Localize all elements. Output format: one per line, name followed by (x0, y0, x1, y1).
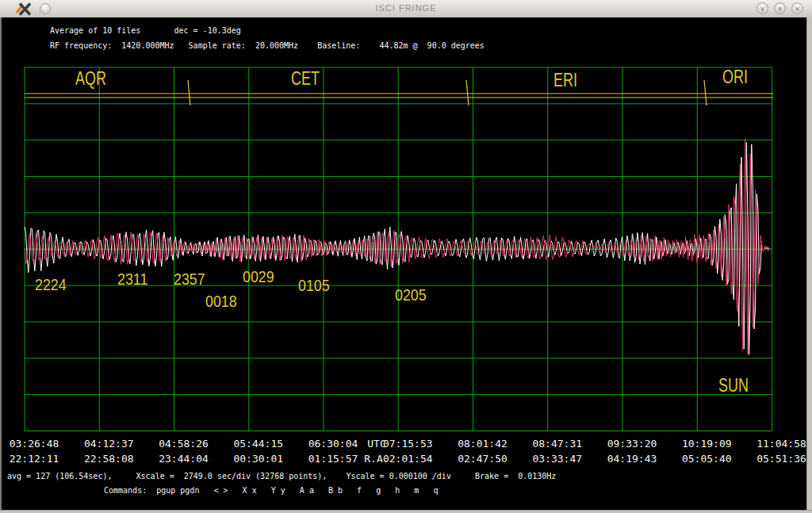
axis-ra-label: 05:05:40 (682, 454, 732, 464)
axis-ra-label: 02:01:54 (383, 454, 433, 464)
axis-utc-label: 03:26:48 (10, 438, 59, 449)
axis-ra-label: 00:30:01 (233, 454, 283, 464)
maximize-button[interactable]: ∧ (774, 2, 786, 14)
axis-ra-label: 02:47:50 (458, 454, 508, 464)
source-label-cet: CET (291, 69, 320, 88)
axis-utc-label: 08:01:42 (458, 438, 508, 449)
transit-time-0205: 0205 (395, 286, 427, 304)
source-label-aqr: AQR (75, 69, 106, 88)
app-window: ISCI FRINGE ∨ ∧ × Average of 10 files de… (0, 0, 812, 513)
transit-time-2311: 2311 (117, 270, 147, 288)
axis-ra-label: 22:12:11 (10, 454, 59, 464)
axis-ra-label: 01:15:57 (308, 454, 358, 464)
window-titlebar[interactable]: ISCI FRINGE ∨ ∧ × (0, 0, 812, 18)
transit-time-0029: 0029 (243, 268, 274, 285)
axis-utc-label: 06:30:04 (308, 438, 358, 449)
axis-utc-label: 08:47:31 (532, 438, 582, 449)
transit-time-0018: 0018 (205, 293, 237, 310)
window-resize-edge-left[interactable] (0, 17, 2, 510)
axis-utc-label: 10:19:09 (682, 438, 732, 449)
close-button[interactable]: × (791, 2, 803, 14)
chevron-up-icon: ∧ (777, 5, 783, 13)
channel-white-trace (25, 143, 762, 355)
source-label-sun: SUN (718, 376, 749, 395)
shade-button[interactable]: ∨ (756, 2, 768, 14)
axis-utc-label: 09:33:20 (607, 438, 657, 449)
axis-utc-unit: UTC (367, 438, 385, 449)
axis-ra-label: 03:33:47 (532, 454, 582, 464)
axis-ra-label: 22:58:08 (84, 454, 134, 464)
axis-ra-unit: R.A. (364, 454, 389, 464)
axis-utc-label: 04:58:26 (159, 438, 209, 449)
axis-ra-label: 05:51:36 (756, 454, 806, 464)
transit-time-0105: 0105 (298, 277, 330, 294)
chevron-down-icon: ∨ (760, 5, 765, 13)
transit-time-2357: 2357 (174, 270, 205, 288)
plot-client-area: Average of 10 files dec = -10.3deg RF fr… (0, 17, 812, 513)
window-resize-edge-right[interactable] (806, 17, 812, 513)
axis-utc-label: 05:44:15 (233, 438, 283, 449)
axis-utc-label: 07:15:53 (383, 438, 433, 449)
window-title: ISCI FRINGE (0, 3, 812, 13)
axis-ra-label: 04:19:43 (607, 454, 657, 464)
axis-utc-label: 04:12:37 (84, 438, 134, 449)
axis-ra-label: 23:44:04 (159, 454, 209, 464)
status-line: avg = 127 (106.54sec), Xscale = 2749.0 s… (7, 472, 556, 481)
source-label-eri: ERI (553, 71, 577, 90)
source-label-ori: ORI (722, 67, 748, 86)
axis-utc-label: 11:04:58 (756, 438, 806, 449)
commands-line: Commands: pgup pgdn < > X x Y y A a B b … (104, 486, 438, 496)
close-icon: × (795, 5, 801, 13)
transit-time-2224: 2224 (35, 276, 67, 293)
window-resize-edge-bottom[interactable] (0, 510, 812, 513)
